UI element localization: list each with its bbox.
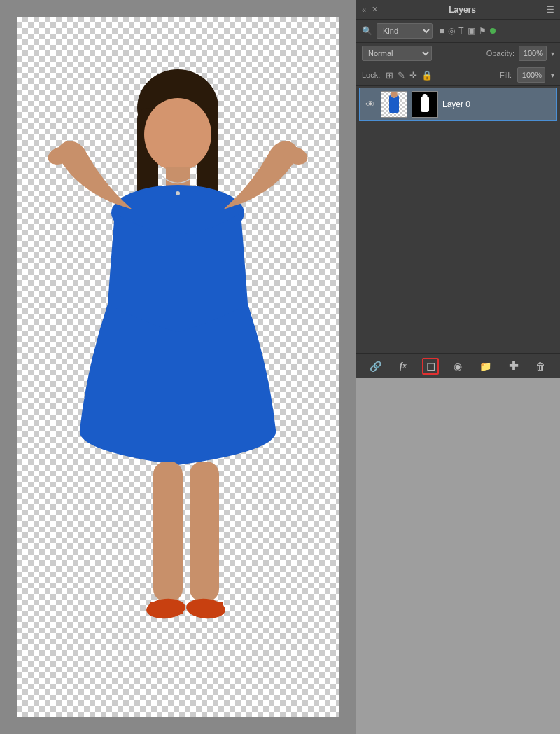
opacity-chevron-icon[interactable]: ▾ [551, 50, 554, 57]
shape-filter-icon[interactable]: ▣ [468, 26, 475, 36]
layer-effects-icon[interactable]: fx [395, 358, 412, 375]
filter-active-dot [490, 28, 496, 34]
layer-mask-thumbnail [412, 91, 438, 118]
smartobject-filter-icon[interactable]: ⚑ [479, 26, 486, 36]
lock-pixels-icon[interactable]: ⊞ [386, 70, 393, 81]
opacity-input[interactable] [519, 46, 547, 61]
svg-rect-9 [153, 462, 183, 602]
adjustment-filter-icon[interactable]: ◎ [448, 26, 455, 36]
link-layers-icon[interactable]: 🔗 [368, 358, 384, 375]
layers-panel: « ✕ Layers ☰ 🔍 Kind Pixel Adjustment Typ… [356, 0, 560, 378]
delete-layer-icon[interactable]: 🗑 [532, 358, 549, 375]
lock-position-icon[interactable]: ✛ [410, 70, 417, 81]
panel-title: Layers [449, 5, 476, 15]
lock-brush-icon[interactable]: ✎ [398, 70, 405, 81]
visibility-icon[interactable]: 👁 [365, 99, 377, 110]
fill-label: Fill: [500, 71, 512, 79]
lock-icons: ⊞ ✎ ✛ 🔒 [386, 70, 433, 81]
kind-row: 🔍 Kind Pixel Adjustment Type Shape Smart… [356, 20, 560, 43]
svg-rect-10 [190, 462, 219, 602]
layer-thumb-checker [382, 91, 407, 118]
panel-header: « ✕ Layers ☰ [356, 0, 560, 20]
canvas-inner [17, 17, 339, 717]
lock-label: Lock: [362, 71, 380, 79]
opacity-label: Opacity: [486, 49, 514, 57]
collapse-icon[interactable]: « [362, 6, 366, 14]
fill-input[interactable] [517, 67, 545, 83]
svg-point-4 [144, 98, 211, 171]
create-layer-icon[interactable]: ✚ [505, 358, 522, 375]
layers-empty-space [356, 123, 560, 291]
kind-icons: ■ ◎ T ▣ ⚑ [440, 26, 496, 36]
blend-row: Normal Multiply Screen Overlay Darken Li… [356, 43, 560, 64]
panel-bottom-toolbar: 🔗 fx ◻ ◉ 📁 ✚ 🗑 [356, 353, 560, 378]
panel-menu-icon[interactable]: ☰ [547, 5, 554, 15]
lock-row: Lock: ⊞ ✎ ✛ 🔒 Fill: ▾ [356, 64, 560, 86]
layer-name: Layer 0 [442, 99, 470, 109]
kind-dropdown[interactable]: Kind Pixel Adjustment Type Shape Smart O… [377, 23, 433, 39]
search-icon: 🔍 [362, 26, 372, 36]
close-icon[interactable]: ✕ [372, 5, 378, 14]
pixel-filter-icon[interactable]: ■ [440, 26, 444, 36]
lock-all-icon[interactable]: 🔒 [421, 70, 433, 81]
svg-rect-12 [150, 602, 183, 614]
canvas-area [0, 0, 356, 734]
layer-thumbnail [381, 91, 407, 118]
create-group-icon[interactable]: 📁 [477, 358, 494, 375]
type-filter-icon[interactable]: T [458, 26, 463, 36]
svg-point-15 [176, 191, 180, 195]
layers-content: 👁 Layer 0 [356, 86, 560, 353]
layer-item[interactable]: 👁 Layer 0 [359, 88, 557, 121]
add-mask-icon[interactable]: ◻ [422, 358, 439, 375]
layer-thumb-figure [389, 95, 399, 113]
svg-rect-14 [190, 602, 223, 614]
add-adjustment-icon[interactable]: ◉ [449, 358, 466, 375]
fill-chevron-icon[interactable]: ▾ [551, 71, 554, 79]
blend-mode-dropdown[interactable]: Normal Multiply Screen Overlay Darken Li… [362, 46, 432, 61]
